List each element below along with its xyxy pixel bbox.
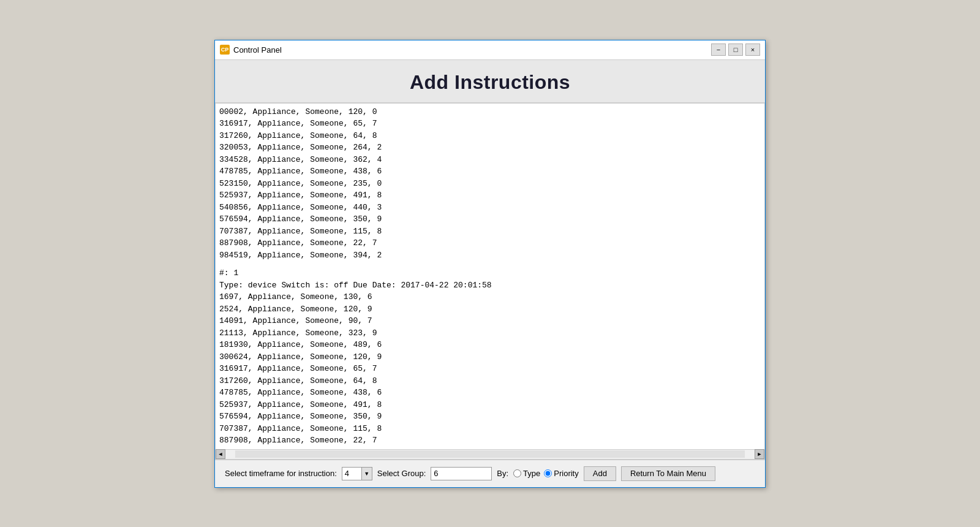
minimize-button[interactable]: − — [711, 44, 726, 56]
app-icon: CP — [220, 45, 230, 55]
list-item: 316917, Appliance, Someone, 65, 7 — [219, 118, 761, 130]
list-item: 525937, Appliance, Someone, 491, 8 — [219, 189, 761, 202]
priority-radio-text: Priority — [554, 469, 578, 478]
list-item: 316917, Appliance, Someone, 65, 7 — [219, 363, 761, 375]
group-input[interactable] — [431, 467, 492, 480]
return-button[interactable]: Return To Main Menu — [621, 466, 715, 481]
list-item: 181930, Appliance, Someone, 489, 6 — [219, 339, 761, 351]
timeframe-select-wrap: ▼ — [342, 467, 372, 480]
list-item: 540856, Appliance, Someone, 440, 3 — [219, 202, 761, 214]
priority-radio-label[interactable]: Priority — [544, 469, 578, 478]
content-area: 00002, Appliance, Someone, 120, 0316917,… — [215, 103, 765, 460]
page-header: Add Instructions — [215, 60, 765, 103]
timeframe-input[interactable] — [342, 467, 361, 480]
bottom-lines-container: 1697, Appliance, Someone, 130, 62524, Ap… — [219, 291, 761, 447]
window-controls: − □ × — [711, 44, 760, 56]
list-item: 576594, Appliance, Someone, 350, 9 — [219, 213, 761, 226]
list-item: 887908, Appliance, Someone, 22, 7 — [219, 434, 761, 447]
instruction-list[interactable]: 00002, Appliance, Someone, 120, 0316917,… — [216, 104, 764, 449]
sort-radio-group: Type Priority — [513, 469, 579, 478]
list-item: 14091, Appliance, Someone, 90, 7 — [219, 315, 761, 327]
section2-header: #: 1 — [219, 267, 761, 279]
list-item: 523150, Appliance, Someone, 235, 0 — [219, 178, 761, 190]
list-item: 525937, Appliance, Someone, 491, 8 — [219, 399, 761, 411]
bottom-bar: Select timeframe for instruction: ▼ Sele… — [215, 460, 765, 487]
timeframe-dropdown-button[interactable]: ▼ — [361, 467, 372, 480]
window-title: Control Panel — [233, 45, 711, 55]
horizontal-scrollbar[interactable]: ◄ ► — [216, 449, 764, 459]
section2-type: Type: device Switch is: off Due Date: 20… — [219, 279, 761, 292]
list-item: 707387, Appliance, Someone, 115, 8 — [219, 226, 761, 238]
list-item: 334528, Appliance, Someone, 362, 4 — [219, 154, 761, 166]
list-item: 00002, Appliance, Someone, 120, 0 — [219, 106, 761, 118]
list-item: 887908, Appliance, Someone, 22, 7 — [219, 237, 761, 249]
page-title: Add Instructions — [215, 71, 765, 94]
group-label: Select Group: — [377, 469, 426, 478]
list-item: 576594, Appliance, Someone, 350, 9 — [219, 411, 761, 423]
title-bar: CP Control Panel − □ × — [215, 40, 765, 60]
maximize-button[interactable]: □ — [728, 44, 743, 56]
list-item: 478785, Appliance, Someone, 438, 6 — [219, 165, 761, 178]
priority-radio[interactable] — [544, 469, 552, 477]
type-radio-label[interactable]: Type — [513, 469, 540, 478]
type-radio-text: Type — [523, 469, 540, 478]
list-item: 2524, Appliance, Someone, 120, 9 — [219, 303, 761, 316]
type-radio[interactable] — [513, 469, 521, 477]
by-label: By: — [497, 469, 508, 478]
scroll-left-button[interactable]: ◄ — [216, 449, 225, 459]
list-item: 984519, Appliance, Someone, 394, 2 — [219, 249, 761, 262]
list-item: 320053, Appliance, Someone, 264, 2 — [219, 142, 761, 154]
list-item: 1697, Appliance, Someone, 130, 6 — [219, 291, 761, 303]
top-lines-container: 00002, Appliance, Someone, 120, 0316917,… — [219, 106, 761, 262]
add-button[interactable]: Add — [584, 466, 616, 481]
close-button[interactable]: × — [745, 44, 760, 56]
list-item: 317260, Appliance, Someone, 64, 8 — [219, 130, 761, 142]
list-item: 21113, Appliance, Someone, 323, 9 — [219, 327, 761, 339]
list-item: 478785, Appliance, Someone, 438, 6 — [219, 387, 761, 399]
scroll-track — [235, 450, 745, 458]
list-item: 300624, Appliance, Someone, 120, 9 — [219, 351, 761, 363]
list-item: 707387, Appliance, Someone, 115, 8 — [219, 423, 761, 435]
main-window: CP Control Panel − □ × Add Instructions … — [214, 40, 766, 488]
scroll-right-button[interactable]: ► — [755, 449, 764, 459]
timeframe-label: Select timeframe for instruction: — [225, 469, 337, 478]
list-item: 317260, Appliance, Someone, 64, 8 — [219, 375, 761, 387]
